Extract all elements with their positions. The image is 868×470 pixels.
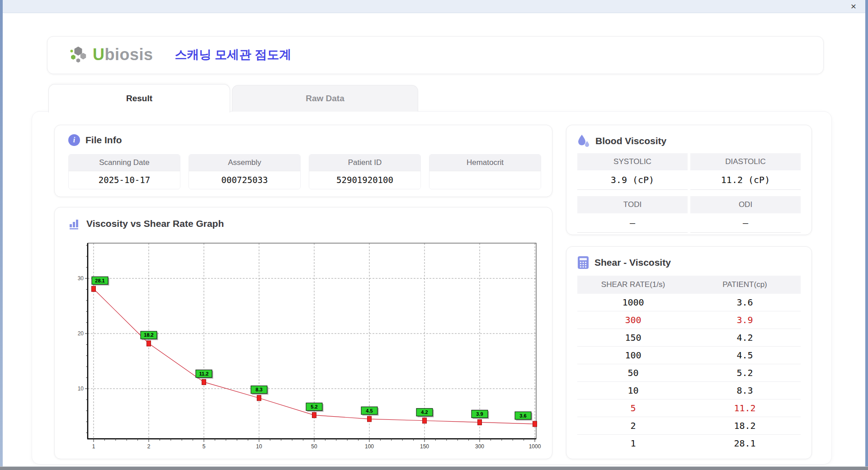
window-right-border (865, 0, 868, 470)
tab-raw-data-label: Raw Data (306, 94, 344, 103)
tab-result[interactable]: Result (48, 84, 230, 113)
patient-cell: 8.3 (689, 382, 801, 400)
ubiosis-logo: Ubiosis (68, 45, 153, 65)
patient-cell: 11.2 (689, 400, 801, 417)
field-label: Assembly (189, 155, 300, 171)
window-left-border (0, 0, 3, 470)
table-row: 1004.5 (577, 347, 801, 364)
graph-title: Viscosity vs Shear Rate Graph (86, 218, 224, 229)
patient-cell: 3.9 (689, 311, 801, 329)
blood-viscosity-card: Blood Viscosity SYSTOLICDIASTOLIC3.9 (cP… (566, 125, 812, 235)
bar-chart-icon (68, 217, 81, 230)
shear-rate-cell: 1 (577, 435, 689, 452)
table-row: 10003.6 (577, 294, 801, 311)
table-row: 128.1 (577, 435, 801, 452)
shear-viscosity-card: Shear - Viscosity SHEAR RATE(1/s) PATIEN… (566, 246, 812, 459)
metric-value: – (690, 213, 801, 233)
table-row: 1504.2 (577, 329, 801, 347)
info-icon: i (68, 134, 80, 146)
patient-cell: 5.2 (689, 364, 801, 382)
patient-cell: 18.2 (689, 417, 801, 435)
table-row: 108.3 (577, 382, 801, 400)
app-window: × Ubiosis 스캐닝 모세관 점도계 Result Raw Data (0, 0, 868, 470)
shear-rate-cell: 150 (577, 329, 689, 347)
field-value: 000725033 (189, 171, 300, 189)
metric-header: DIASTOLIC (690, 153, 801, 170)
field-label: Scanning Date (69, 155, 180, 171)
svg-text:2: 2 (147, 443, 151, 450)
metric-header: SYSTOLIC (577, 153, 688, 170)
svg-text:11.2: 11.2 (199, 371, 209, 376)
graph-card: Viscosity vs Shear Rate Graph 1020301251… (54, 207, 552, 459)
shear-rate-cell: 100 (577, 347, 689, 364)
svg-text:10: 10 (256, 443, 262, 450)
metric-value: 3.9 (cP) (577, 170, 688, 190)
metric-value: – (577, 213, 688, 233)
shear-rate-cell: 50 (577, 364, 689, 382)
window-bottom-border (0, 466, 868, 470)
patient-cell: 28.1 (689, 435, 801, 452)
file-info-field: Scanning Date2025-10-17 (68, 154, 180, 189)
file-info-fields: Scanning Date2025-10-17Assembly000725033… (68, 154, 541, 189)
table-row: 218.2 (577, 417, 801, 435)
metric-header: TODI (577, 196, 688, 213)
viscosity-chart: 1020301251050100150300100028.118.211.28.… (59, 235, 545, 457)
file-info-title: File Info (85, 135, 122, 146)
table-row: 511.2 (577, 400, 801, 417)
ubiosis-logo-icon (68, 45, 88, 65)
droplets-icon (577, 134, 590, 148)
file-info-field: Patient ID52901920100 (309, 154, 421, 189)
shear-rate-column-header: SHEAR RATE(1/s) (577, 276, 689, 294)
svg-text:1000: 1000 (529, 443, 541, 450)
field-value: 52901920100 (309, 171, 420, 189)
patient-cell: 4.2 (689, 329, 801, 347)
shear-rate-cell: 2 (577, 417, 689, 435)
page-title: 스캐닝 모세관 점도계 (175, 47, 292, 63)
patient-cell: 3.6 (689, 294, 801, 311)
svg-text:50: 50 (311, 443, 317, 450)
table-row: 3003.9 (577, 311, 801, 329)
field-label: Hematocrit (429, 155, 541, 171)
shear-viscosity-title: Shear - Viscosity (594, 257, 671, 268)
svg-text:100: 100 (365, 443, 374, 450)
shear-rate-cell: 10 (577, 382, 689, 400)
svg-text:150: 150 (420, 443, 429, 450)
metric-value: 11.2 (cP) (690, 170, 801, 190)
svg-text:8.3: 8.3 (255, 387, 262, 392)
shear-rate-cell: 5 (577, 400, 689, 417)
tab-result-label: Result (126, 94, 152, 103)
svg-text:5.2: 5.2 (311, 404, 317, 409)
svg-text:28.1: 28.1 (95, 278, 104, 283)
patient-column-header: PATIENT(cp) (689, 276, 801, 294)
field-value: 2025-10-17 (69, 171, 180, 189)
svg-text:20: 20 (78, 330, 84, 337)
blood-viscosity-title: Blood Viscosity (595, 136, 666, 146)
close-icon[interactable]: × (851, 1, 856, 12)
svg-text:30: 30 (78, 275, 84, 282)
svg-text:5: 5 (203, 443, 206, 450)
header-card: Ubiosis 스캐닝 모세관 점도계 (47, 36, 824, 74)
svg-text:300: 300 (475, 443, 484, 450)
window-titlebar: × (0, 0, 868, 13)
patient-cell: 4.5 (689, 347, 801, 364)
svg-text:4.5: 4.5 (366, 408, 373, 414)
svg-text:10: 10 (78, 385, 84, 392)
svg-text:3.9: 3.9 (476, 411, 483, 417)
svg-text:3.6: 3.6 (519, 413, 526, 418)
metric-header: ODI (690, 196, 801, 213)
blood-viscosity-grid: SYSTOLICDIASTOLIC3.9 (cP)11.2 (cP)TODIOD… (577, 153, 801, 239)
logo-text: Ubiosis (93, 45, 153, 64)
field-value (429, 171, 541, 189)
tab-raw-data[interactable]: Raw Data (232, 85, 418, 112)
shear-viscosity-table: SHEAR RATE(1/s) PATIENT(cp) 10003.63003.… (577, 276, 801, 452)
shear-rate-cell: 300 (577, 311, 689, 329)
svg-text:1: 1 (92, 443, 95, 450)
shear-rate-cell: 1000 (577, 294, 689, 311)
file-info-card: i File Info Scanning Date2025-10-17Assem… (54, 125, 552, 197)
field-label: Patient ID (309, 155, 420, 171)
svg-text:4.2: 4.2 (421, 409, 428, 415)
table-row: 505.2 (577, 364, 801, 382)
calculator-icon (577, 256, 589, 269)
svg-text:18.2: 18.2 (144, 332, 153, 338)
file-info-field: Assembly000725033 (189, 154, 301, 189)
